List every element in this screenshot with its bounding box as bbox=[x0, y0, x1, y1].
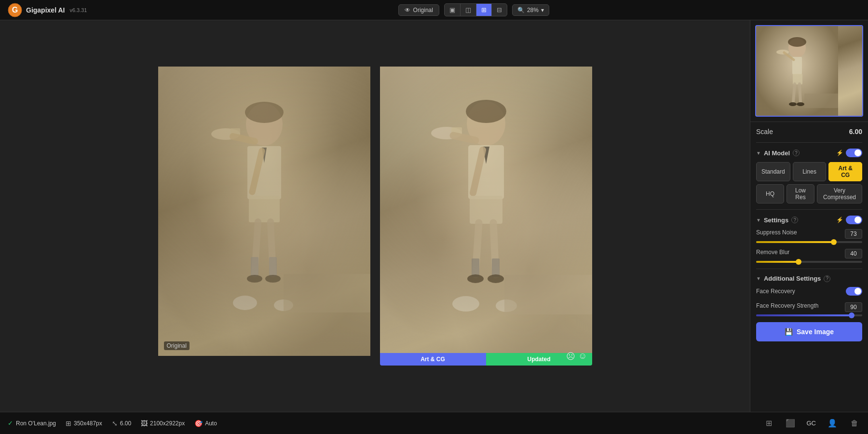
zoom-icon: 🔍 bbox=[517, 7, 525, 14]
face-recovery-label: Face Recovery bbox=[756, 288, 795, 295]
remove-blur-label-row: Remove Blur 40 bbox=[756, 249, 862, 258]
topbar: G Gigapixel AI v6.3.31 👁 Original ▣ ◫ ⊞ … bbox=[0, 0, 868, 20]
model-badge: Art & CG bbox=[380, 353, 486, 366]
svg-point-46 bbox=[788, 37, 806, 47]
ai-model-toggle[interactable] bbox=[846, 149, 862, 157]
settings-lightning-icon: ⚡ bbox=[836, 217, 843, 223]
view-single-button[interactable]: ▣ bbox=[445, 4, 461, 16]
original-image-panel: Original bbox=[158, 67, 370, 366]
topbar-center: 👁 Original ▣ ◫ ⊞ ⊟ 🔍 28% ▾ bbox=[87, 3, 860, 16]
face-recovery-strength-value[interactable]: 90 bbox=[845, 302, 862, 312]
auto-info: 🎯 Auto bbox=[194, 420, 217, 427]
output-size-value: 2100x2922px bbox=[150, 420, 185, 427]
face-recovery-strength-slider-row: Face Recovery Strength 90 bbox=[756, 302, 862, 316]
remove-blur-thumb[interactable] bbox=[796, 259, 801, 265]
enhanced-image-panel: Art & CG Updated ☹ ☺ bbox=[380, 67, 592, 366]
suppress-noise-thumb[interactable] bbox=[831, 239, 837, 245]
face-recovery-strength-track[interactable] bbox=[756, 314, 862, 316]
eye-icon: 👁 bbox=[405, 7, 410, 14]
svg-line-51 bbox=[793, 84, 795, 102]
original-label: Original bbox=[164, 341, 190, 350]
svg-rect-22 bbox=[158, 67, 370, 356]
face-recovery-strength-fill bbox=[756, 314, 852, 316]
emoji-row: ☹ ☺ bbox=[566, 351, 587, 362]
svg-text:G: G bbox=[12, 6, 18, 14]
save-image-button[interactable]: 💾 Save Image bbox=[756, 322, 862, 341]
settings-chevron-icon[interactable]: ▼ bbox=[756, 217, 761, 223]
emoji-sad-icon[interactable]: ☹ bbox=[566, 351, 575, 362]
settings-help-icon[interactable]: ? bbox=[791, 217, 798, 223]
remove-blur-fill bbox=[756, 261, 799, 263]
remove-blur-value[interactable]: 40 bbox=[845, 249, 862, 258]
remove-blur-slider-row: Remove Blur 40 bbox=[756, 249, 862, 263]
app-logo-icon: G bbox=[8, 3, 22, 17]
thumbnail-svg bbox=[756, 26, 838, 117]
canvas-area[interactable]: Original bbox=[0, 20, 750, 412]
original-figure-svg bbox=[158, 67, 370, 356]
main-area: Original bbox=[0, 20, 868, 412]
svg-rect-36 bbox=[472, 258, 479, 277]
remove-blur-label: Remove Blur bbox=[756, 249, 789, 258]
model-verycompressed-button[interactable]: Very Compressed bbox=[817, 184, 862, 203]
auto-label: Auto bbox=[205, 420, 217, 427]
divider-1 bbox=[756, 142, 862, 143]
emoji-happy-icon[interactable]: ☺ bbox=[578, 351, 587, 362]
source-size-info: ⊞ 350x487px bbox=[66, 420, 102, 427]
bottom-delete-button[interactable]: 🗑 bbox=[849, 417, 860, 430]
additional-settings-label: Additional Settings bbox=[764, 275, 821, 282]
ai-model-toggle-area: ⚡ bbox=[836, 149, 862, 157]
settings-label: Settings bbox=[764, 217, 788, 224]
suppress-noise-label-row: Suppress Noise 73 bbox=[756, 229, 862, 239]
bottom-compare-button[interactable]: ⬛ bbox=[784, 417, 797, 430]
additional-settings-chevron-icon[interactable]: ▼ bbox=[756, 276, 761, 281]
enhanced-figure-svg bbox=[380, 67, 592, 356]
model-standard-button[interactable]: Standard bbox=[756, 162, 790, 181]
svg-point-40 bbox=[452, 296, 479, 312]
scale-icon: ⤡ bbox=[112, 420, 118, 427]
zoom-value: 28% bbox=[527, 7, 539, 14]
logo-area: G Gigapixel AI v6.3.31 bbox=[8, 3, 87, 17]
settings-toggle[interactable] bbox=[846, 216, 862, 224]
suppress-noise-value[interactable]: 73 bbox=[845, 229, 862, 239]
model-lowres-button[interactable]: Low Res bbox=[787, 184, 814, 203]
bottom-person-button[interactable]: 👤 bbox=[826, 417, 839, 430]
svg-point-54 bbox=[797, 102, 804, 106]
original-label: Original bbox=[413, 7, 433, 14]
svg-line-29 bbox=[453, 136, 475, 140]
suppress-noise-track[interactable] bbox=[756, 241, 862, 243]
thumbnail-image bbox=[756, 26, 862, 116]
face-recovery-strength-thumb[interactable] bbox=[849, 312, 854, 318]
save-icon: 💾 bbox=[785, 328, 793, 336]
zoom-control[interactable]: 🔍 28% ▾ bbox=[512, 4, 549, 16]
view-quad-button[interactable]: ⊟ bbox=[492, 4, 507, 16]
enhanced-photo bbox=[380, 67, 592, 356]
svg-point-38 bbox=[467, 274, 484, 283]
svg-rect-37 bbox=[492, 258, 500, 277]
svg-point-26 bbox=[466, 100, 506, 123]
suppress-noise-fill bbox=[756, 241, 834, 243]
svg-line-52 bbox=[800, 84, 800, 102]
view-split-v-button[interactable]: ◫ bbox=[461, 4, 476, 16]
scale-value-bottom: 6.00 bbox=[120, 420, 131, 427]
model-lines-button[interactable]: Lines bbox=[793, 162, 827, 181]
original-button[interactable]: 👁 Original bbox=[398, 4, 439, 16]
model-hq-button[interactable]: HQ bbox=[756, 184, 784, 203]
ai-model-help-icon[interactable]: ? bbox=[793, 149, 800, 156]
file-check-icon: ✓ bbox=[8, 420, 13, 427]
face-recovery-toggle[interactable] bbox=[846, 287, 862, 296]
remove-blur-track[interactable] bbox=[756, 261, 862, 263]
filename: Ron O'Lean.jpg bbox=[16, 420, 56, 427]
app-version: v6.3.31 bbox=[69, 7, 87, 13]
zoom-chevron-icon: ▾ bbox=[541, 7, 544, 14]
face-recovery-strength-label-row: Face Recovery Strength 90 bbox=[756, 302, 862, 312]
settings-panel: Scale 6.00 ▼ AI Model ? ⚡ Standard Lines… bbox=[750, 122, 868, 412]
settings-section-header: ▼ Settings ? ⚡ bbox=[756, 216, 862, 224]
view-split-h-button[interactable]: ⊞ bbox=[476, 4, 492, 16]
bottom-grid-button[interactable]: ⊞ bbox=[764, 417, 774, 430]
gc-label: GC bbox=[807, 420, 816, 427]
original-photo: Original bbox=[158, 67, 370, 356]
ai-model-chevron-icon[interactable]: ▼ bbox=[756, 150, 761, 156]
additional-settings-help-icon[interactable]: ? bbox=[824, 275, 830, 282]
source-size-icon: ⊞ bbox=[66, 420, 71, 427]
model-artcg-button[interactable]: Art & CG bbox=[828, 162, 862, 181]
